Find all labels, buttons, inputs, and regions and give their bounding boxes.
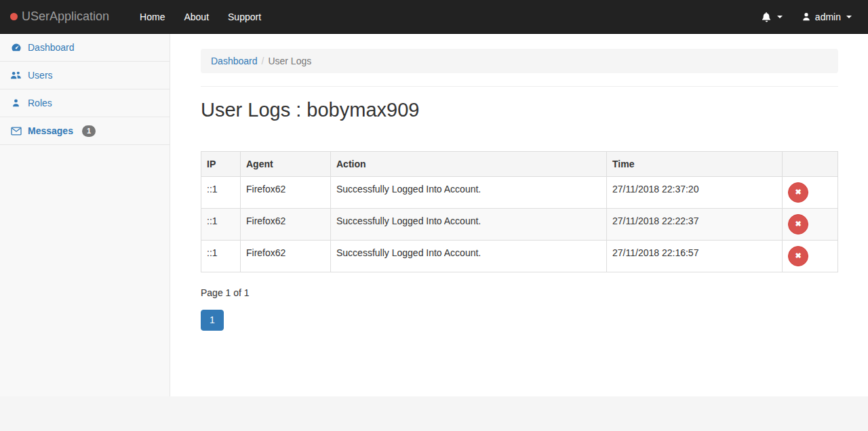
sidebar-item-label: Dashboard [28, 41, 75, 54]
brand-dot-icon [10, 13, 18, 20]
nav-link-support[interactable]: Support [218, 0, 271, 33]
sidebar-item-dashboard[interactable]: Dashboard [0, 34, 170, 62]
table-row: ::1 Firefox62 Successfully Logged Into A… [201, 176, 838, 208]
page-summary: Page 1 of 1 [201, 287, 838, 298]
user-dropdown[interactable]: admin [792, 0, 861, 33]
nav-link-about[interactable]: About [174, 0, 218, 33]
user-icon [802, 12, 811, 22]
envelope-icon [10, 127, 22, 136]
delete-log-button[interactable]: ✖ [788, 214, 808, 234]
cell-ip: ::1 [201, 176, 241, 208]
user-label: admin [815, 12, 841, 22]
cell-time: 27/11/2018 22:16:57 [607, 240, 783, 272]
breadcrumb-separator: / [258, 56, 269, 66]
delete-log-button[interactable]: ✖ [788, 246, 808, 266]
table-row: ::1 Firefox62 Successfully Logged Into A… [201, 208, 838, 240]
sidebar-item-users[interactable]: Users [0, 62, 170, 89]
breadcrumb: Dashboard/User Logs [201, 49, 838, 73]
cell-action: Successfully Logged Into Account. [331, 240, 607, 272]
table-row: ::1 Firefox62 Successfully Logged Into A… [201, 240, 838, 272]
chevron-down-icon [846, 16, 852, 18]
messages-count-badge: 1 [82, 125, 96, 137]
cell-time: 27/11/2018 22:22:37 [607, 208, 783, 240]
sidebar: Dashboard Users Roles Messages 1 [0, 34, 170, 396]
header-agent: Agent [241, 151, 331, 176]
cell-agent: Firefox62 [241, 208, 331, 240]
main-content: Dashboard/User Logs User Logs : bobymax9… [170, 34, 868, 396]
user-logs-table: IP Agent Action Time ::1 Firefox62 Succe… [201, 151, 838, 272]
table-header-row: IP Agent Action Time [201, 151, 838, 176]
notifications-dropdown[interactable] [752, 0, 792, 33]
brand-label: USerApplication [22, 9, 109, 24]
top-navbar: USerApplication Home About Support admin [0, 0, 868, 34]
page-wrapper: Dashboard Users Roles Messages 1 Dashboa… [0, 34, 868, 396]
sidebar-item-label: Messages [28, 124, 73, 138]
delete-log-button[interactable]: ✖ [788, 182, 808, 203]
sidebar-item-roles[interactable]: Roles [0, 89, 170, 117]
pagination: 1 [201, 310, 838, 331]
users-icon [10, 70, 22, 80]
user-icon [10, 98, 22, 108]
page-title: User Logs : bobymax909 [201, 100, 838, 121]
breadcrumb-dashboard-link[interactable]: Dashboard [211, 56, 258, 66]
sidebar-item-messages[interactable]: Messages 1 [0, 117, 170, 145]
cell-agent: Firefox62 [241, 240, 331, 272]
sidebar-item-label: Roles [28, 96, 52, 110]
chevron-down-icon [777, 16, 783, 18]
dashboard-icon [10, 42, 22, 53]
title-divider [201, 86, 838, 87]
cell-ip: ::1 [201, 208, 241, 240]
sidebar-item-label: Users [28, 68, 53, 82]
navbar-right: admin [752, 0, 868, 33]
nav-link-home[interactable]: Home [130, 0, 174, 33]
cell-agent: Firefox62 [241, 176, 331, 208]
cell-action: Successfully Logged Into Account. [331, 208, 607, 240]
header-ip: IP [201, 151, 241, 176]
cell-ip: ::1 [201, 240, 241, 272]
breadcrumb-current: User Logs [268, 56, 311, 66]
header-actions [783, 151, 838, 176]
header-action: Action [331, 151, 607, 176]
cell-time: 27/11/2018 22:37:20 [607, 176, 783, 208]
app-brand[interactable]: USerApplication [0, 0, 119, 33]
cell-action: Successfully Logged Into Account. [331, 176, 607, 208]
navbar-links: Home About Support [130, 0, 271, 33]
header-time: Time [607, 151, 783, 176]
bell-icon [762, 12, 772, 22]
pagination-page-1[interactable]: 1 [201, 310, 224, 331]
